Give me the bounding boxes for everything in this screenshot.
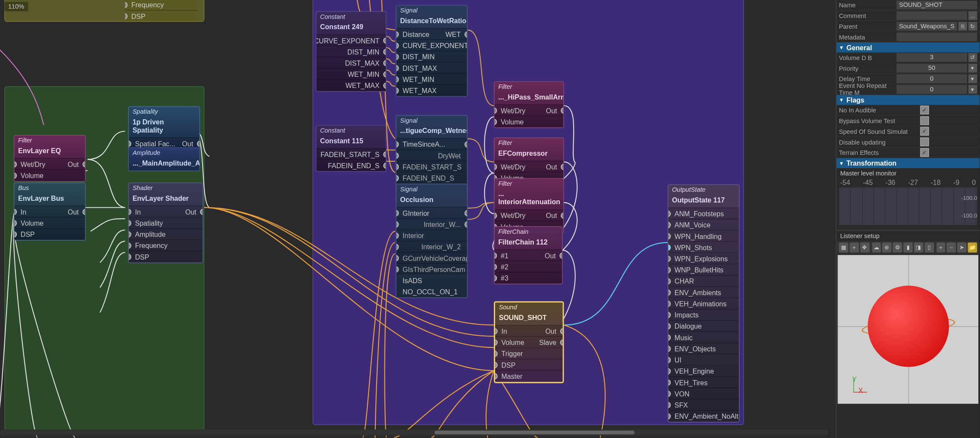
node-type: Filter bbox=[494, 138, 563, 148]
scrollbar-thumb[interactable] bbox=[435, 431, 635, 435]
port-label: Spatiality bbox=[129, 217, 163, 229]
node-efcompressor[interactable]: Filter EFCompressor Wet/DryOut Volume bbox=[494, 138, 564, 184]
insp-name-value[interactable]: SOUND_SHOT bbox=[896, 0, 977, 9]
node-type: Shader bbox=[129, 183, 203, 193]
check-sos[interactable]: ✓ bbox=[920, 127, 929, 136]
zoom-badge: 110% bbox=[4, 2, 28, 11]
port-label: Frequency bbox=[125, 0, 163, 11]
graph-scrollbar-horizontal[interactable] bbox=[0, 429, 829, 436]
node-envlayer-shader[interactable]: Shader EnvLayer Shader InOut Spatiality … bbox=[128, 182, 203, 263]
node-interior-attenuation[interactable]: Filter ... InteriorAttenuation Wet/DryOu… bbox=[494, 178, 564, 233]
port-label: Volume bbox=[494, 116, 523, 127]
listener-grid-icon[interactable]: ▦ bbox=[839, 242, 848, 252]
port-label: DIST_MAX bbox=[345, 57, 386, 69]
priority-step-icon[interactable]: ▾ bbox=[968, 64, 977, 72]
monitor-label: Master level monitor bbox=[836, 168, 980, 179]
port-label: ANM_Voice bbox=[668, 219, 711, 230]
listener-move-icon[interactable]: ✥ bbox=[860, 242, 869, 252]
node-type: Filter bbox=[15, 136, 85, 145]
tick: -36 bbox=[886, 179, 895, 186]
port-label: WET_MIN bbox=[348, 69, 385, 80]
listener-gear-icon[interactable]: ⚙ bbox=[893, 242, 902, 252]
node-type: Constant bbox=[316, 12, 386, 22]
insp-metadata-value[interactable] bbox=[896, 33, 977, 41]
insp-label-delay: Delay Time bbox=[839, 76, 896, 82]
node-type: Amplitude bbox=[129, 148, 200, 158]
node-spatiality[interactable]: Spatiality 1p Driven Spatiality Spatial … bbox=[128, 106, 200, 150]
node-type: Filter bbox=[494, 179, 563, 189]
node-type: FilterChain bbox=[494, 227, 562, 237]
insp-label-name: Name bbox=[839, 2, 896, 9]
node-title: ..._HiPass_SmallArms bbox=[494, 92, 563, 104]
insp-comment-value[interactable] bbox=[896, 11, 967, 20]
port-label: WPN_Shots bbox=[668, 242, 712, 253]
level-readout-2: -100.0 bbox=[961, 212, 977, 219]
parent-goto-icon[interactable]: ↻ bbox=[968, 22, 977, 30]
insp-label-metadata: Metadata bbox=[839, 33, 896, 40]
port-label: Master bbox=[495, 371, 523, 382]
port-label: Volume bbox=[15, 217, 44, 229]
node-outputstate-117[interactable]: OutputState OutputState 117 ANM_Footstep… bbox=[668, 184, 740, 423]
listener-3d-view[interactable]: Y X bbox=[838, 255, 978, 404]
level-meter bbox=[839, 187, 977, 225]
listener-arrow-icon[interactable]: ➤ bbox=[957, 242, 967, 252]
listener-view1-icon[interactable]: ▮ bbox=[903, 242, 913, 252]
port-label: ENV_Ambients bbox=[668, 287, 721, 298]
delay-step-icon[interactable]: ▾ bbox=[968, 74, 977, 83]
check-noinaudible[interactable]: ✓ bbox=[920, 106, 929, 114]
check-disableupdate[interactable] bbox=[920, 138, 929, 146]
volumedb-reset-icon[interactable]: ↺ bbox=[968, 53, 977, 62]
insp-parent-value[interactable]: Sound_Weapons_S bbox=[896, 22, 957, 30]
comment-more-button[interactable]: … bbox=[968, 11, 977, 20]
insp-label-volumedb: Volume D B bbox=[839, 54, 896, 61]
insp-section-transformation[interactable]: Transformation bbox=[836, 158, 980, 168]
node-envlayer-bus[interactable]: Bus EnvLayer Bus InOut Volume DSP bbox=[14, 182, 86, 241]
listener-view3-icon[interactable]: ▯ bbox=[925, 242, 934, 252]
node-constant-115[interactable]: Constant Constant 115 FADEIN_START_S FAD… bbox=[316, 125, 387, 172]
node-mainamplitude[interactable]: Amplitude ..._MainAmplitude_AR bbox=[128, 148, 200, 171]
node-constant-249[interactable]: Constant Constant 249 CURVE_EXPONENT DIS… bbox=[316, 11, 387, 92]
node-title: ..._MainAmplitude_AR bbox=[129, 158, 200, 171]
port-label: Trigger bbox=[495, 348, 523, 359]
node-hipass-smallarms[interactable]: Filter ..._HiPass_SmallArms Wet/DryOut V… bbox=[494, 81, 564, 128]
listener-minus-icon[interactable]: － bbox=[947, 242, 956, 252]
node-envlayer-eq[interactable]: Filter EnvLayer EQ Wet/DryOut Volume bbox=[14, 135, 86, 182]
node-distance-wet-ratio[interactable]: Signal DistanceToWetRatio DistanceWET CU… bbox=[396, 5, 468, 97]
tick: -45 bbox=[863, 179, 873, 186]
insp-norepeat-value[interactable]: 0 bbox=[896, 85, 967, 94]
node-yellow-io: Frequency DSP bbox=[125, 0, 197, 22]
port-label: Amplitude bbox=[129, 229, 166, 240]
listener-view2-icon[interactable]: ◨ bbox=[914, 242, 923, 252]
port-label: VEH_Engine bbox=[668, 366, 714, 377]
insp-delay-value[interactable]: 0 bbox=[896, 74, 967, 83]
insp-volumedb-value[interactable]: 3 bbox=[896, 53, 967, 62]
node-sound-shot[interactable]: Sound SOUND_SHOT InOut VolumeSlave Trigg… bbox=[494, 301, 564, 383]
insp-priority-value[interactable]: 50 bbox=[896, 64, 967, 72]
port-label: Impacts bbox=[668, 309, 699, 320]
node-occlusion[interactable]: Signal Occlusion GInteriorInterior_W... … bbox=[396, 184, 468, 298]
node-filterchain-112[interactable]: FilterChain FilterChain 112 #1Out #2 #3 bbox=[494, 226, 563, 284]
listener-plus-icon[interactable]: ＋ bbox=[936, 242, 946, 252]
check-bypassvol[interactable] bbox=[920, 116, 929, 125]
port-label: VON bbox=[668, 388, 690, 399]
parent-link-icon[interactable]: ⎘ bbox=[959, 22, 967, 30]
insp-section-flags[interactable]: Flags bbox=[836, 95, 980, 105]
listener-sphere[interactable] bbox=[868, 286, 949, 367]
axis-x-label: X bbox=[858, 387, 863, 394]
axis-y-label: Y bbox=[852, 376, 857, 383]
node-type: Constant bbox=[316, 126, 386, 136]
port-label: Dialogue bbox=[668, 320, 702, 332]
node-title: Constant 249 bbox=[316, 22, 386, 34]
insp-section-general[interactable]: General bbox=[836, 42, 980, 52]
norepeat-step-icon[interactable]: ▾ bbox=[968, 85, 977, 94]
listener-cloud-icon[interactable]: ☁ bbox=[872, 242, 881, 252]
port-label: DIST_MAX bbox=[396, 63, 437, 74]
listener-globe-icon[interactable]: ⊕ bbox=[882, 242, 892, 252]
listener-folder-icon[interactable]: 📁 bbox=[968, 242, 977, 252]
insp-label-terrain: Terrain Effects bbox=[839, 149, 920, 156]
insp-label-sos: Speed Of Sound Simulat bbox=[839, 128, 920, 135]
port-label: FADEIN_END_S bbox=[328, 160, 386, 171]
node-graph-viewport[interactable]: 110% bbox=[0, 0, 832, 438]
listener-add-icon[interactable]: ＋ bbox=[850, 242, 859, 252]
check-terrain[interactable]: ✓ bbox=[920, 148, 929, 157]
